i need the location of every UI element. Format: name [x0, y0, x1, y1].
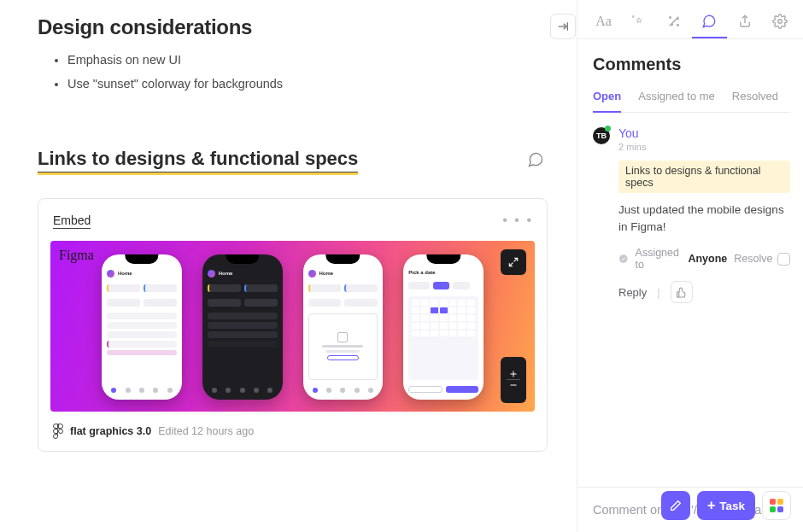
zoom-in-icon[interactable] — [508, 369, 519, 379]
comment-body: Just updated the mobile designs in Figma… — [618, 202, 790, 235]
reply-button[interactable]: Reply — [618, 286, 647, 299]
share-tool-icon[interactable] — [727, 5, 762, 38]
bullet-item: Use "sunset" colorway for backgrounds — [67, 72, 548, 96]
svg-point-1 — [677, 24, 679, 26]
sidebar-toolbar: Aa — [577, 0, 803, 39]
assigned-label: Assigned to — [636, 247, 682, 271]
zoom-controls[interactable] — [501, 357, 526, 403]
figma-badge: Figma — [59, 248, 94, 263]
presence-dot-icon — [605, 126, 611, 132]
embed-more-button[interactable]: • • • — [502, 213, 533, 228]
embed-meta: flat graphics 3.0 Edited 12 hours ago — [50, 424, 535, 439]
fab-apps-button[interactable] — [762, 491, 791, 520]
comments-sidebar: Aa Comments Open Assigned to me — [577, 0, 803, 532]
document-main: Design considerations Emphasis on new UI… — [0, 0, 577, 532]
svg-point-5 — [619, 254, 628, 263]
expand-icon[interactable] — [501, 249, 526, 275]
embed-file-name: flat graphics 3.0 — [70, 425, 151, 437]
svg-point-3 — [671, 24, 672, 25]
fab-new-task-button[interactable]: + Task — [697, 491, 755, 520]
fab-task-label: Task — [719, 500, 745, 512]
assignee-name[interactable]: Anyone — [688, 253, 727, 265]
heading-links-to-designs: Links to designs & functional specs — [38, 148, 358, 172]
zoom-out-icon[interactable] — [508, 380, 519, 390]
tab-resolved[interactable]: Resolved — [732, 90, 778, 112]
comment-thread[interactable]: TB You 2 mins Links to designs & functio… — [593, 126, 790, 303]
fab-bar: + Task — [661, 491, 791, 520]
bullet-item: Emphasis on new UI — [67, 48, 548, 72]
svg-point-2 — [677, 18, 678, 19]
comment-filter-tabs: Open Assigned to me Resolved — [593, 90, 790, 113]
magic-tool-icon[interactable] — [657, 5, 692, 38]
collapse-sidebar-button[interactable] — [550, 14, 576, 39]
resolve-checkbox[interactable] — [777, 253, 790, 266]
thumbs-up-icon[interactable] — [671, 281, 693, 303]
ai-tool-icon[interactable] — [621, 5, 656, 38]
figma-embed-canvas[interactable]: Figma Home — [50, 241, 535, 412]
comment-time: 2 mins — [618, 142, 790, 152]
figma-icon — [53, 424, 63, 439]
embed-edited-time: Edited 12 hours ago — [158, 425, 254, 437]
typography-tool-icon[interactable]: Aa — [586, 5, 621, 38]
svg-point-4 — [778, 19, 782, 23]
comments-tool-icon[interactable] — [692, 5, 727, 38]
heading-design-considerations: Design considerations — [38, 15, 548, 39]
bullet-list: Emphasis on new UI Use "sunset" colorway… — [38, 48, 548, 96]
settings-tool-icon[interactable] — [762, 5, 797, 38]
tab-assigned[interactable]: Assigned to me — [638, 90, 715, 112]
comment-reference[interactable]: Links to designs & functional specs — [618, 161, 790, 193]
check-circle-icon — [618, 253, 629, 265]
panel-title: Comments — [593, 55, 790, 74]
mockup-phone: Home — [102, 254, 182, 400]
fab-edit-button[interactable] — [661, 491, 690, 520]
mockup-phone: Home — [202, 254, 283, 400]
embed-label-link[interactable]: Embed — [53, 213, 91, 229]
comment-icon[interactable] — [527, 151, 544, 172]
resolve-label[interactable]: Resolve — [734, 253, 772, 265]
comment-author: You — [618, 126, 790, 140]
svg-point-0 — [670, 16, 671, 18]
embed-card: Embed • • • Figma Home — [38, 198, 548, 452]
mockup-phone: Pick a date — [403, 254, 484, 400]
mockup-phone: Home — [303, 254, 384, 400]
tab-open[interactable]: Open — [593, 90, 621, 113]
